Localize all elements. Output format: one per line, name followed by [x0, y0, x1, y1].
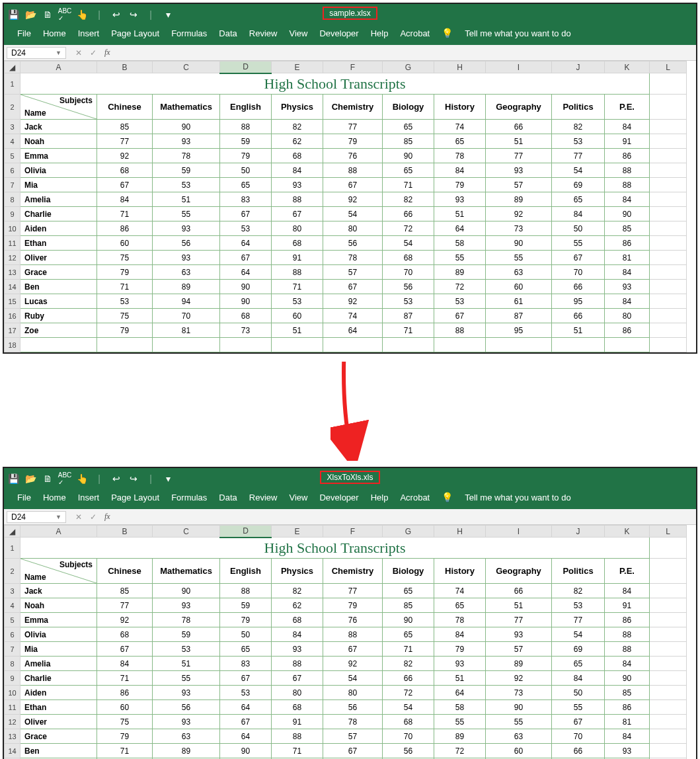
name-cell[interactable]: Emma — [20, 613, 97, 627]
data-cell[interactable]: 81 — [153, 323, 220, 338]
menu-help[interactable]: Help — [371, 28, 389, 38]
empty-cell[interactable] — [153, 338, 220, 352]
name-cell[interactable]: Grace — [20, 265, 97, 280]
name-cell[interactable]: Amelia — [20, 192, 97, 207]
name-box[interactable]: D24▼ — [7, 511, 66, 523]
name-cell[interactable]: Oliver — [20, 715, 97, 729]
undo-icon[interactable]: ↩ — [111, 9, 122, 20]
data-cell[interactable]: 51 — [153, 192, 220, 207]
data-cell[interactable]: 53 — [434, 294, 486, 309]
data-cell[interactable]: 93 — [153, 221, 220, 236]
data-cell[interactable]: 82 — [383, 192, 434, 207]
data-cell[interactable]: 84 — [605, 584, 650, 598]
col-label-1[interactable]: Mathematics — [153, 95, 220, 120]
data-cell[interactable]: 89 — [434, 729, 486, 744]
data-cell[interactable]: 76 — [323, 149, 383, 163]
data-cell[interactable]: 82 — [552, 584, 605, 598]
data-cell[interactable]: 88 — [272, 729, 323, 744]
data-cell[interactable]: 84 — [605, 265, 650, 280]
col-header-C[interactable]: C — [153, 61, 220, 73]
col-label-9[interactable]: P.E. — [605, 559, 650, 584]
data-cell[interactable]: 71 — [272, 280, 323, 294]
data-cell[interactable]: 64 — [220, 700, 272, 715]
row-header-16[interactable]: 16 — [5, 309, 20, 323]
col-header-L[interactable]: L — [650, 61, 687, 73]
col-header-L[interactable]: L — [650, 526, 687, 538]
name-cell[interactable]: Zoe — [20, 323, 97, 338]
data-cell[interactable]: 54 — [552, 627, 605, 642]
data-cell[interactable]: 82 — [552, 120, 605, 134]
data-cell[interactable]: 58 — [434, 700, 486, 715]
data-cell[interactable]: 50 — [552, 686, 605, 700]
data-cell[interactable]: 51 — [272, 323, 323, 338]
data-cell[interactable]: 78 — [323, 251, 383, 265]
fx-icon[interactable]: fx — [104, 512, 110, 522]
name-cell[interactable]: Ben — [20, 744, 97, 758]
col-header-B[interactable]: B — [97, 526, 153, 538]
col-label-9[interactable]: P.E. — [605, 95, 650, 120]
data-cell[interactable]: 77 — [323, 584, 383, 598]
name-cell[interactable]: Mia — [20, 178, 97, 192]
col-label-3[interactable]: Physics — [272, 95, 323, 120]
data-cell[interactable]: 79 — [220, 613, 272, 627]
data-cell[interactable]: 66 — [383, 207, 434, 221]
data-cell[interactable]: 54 — [323, 207, 383, 221]
data-cell[interactable]: 71 — [272, 744, 323, 758]
data-cell[interactable]: 90 — [383, 613, 434, 627]
col-header-C[interactable]: C — [153, 526, 220, 538]
data-cell[interactable]: 79 — [323, 134, 383, 149]
data-cell[interactable]: 53 — [220, 221, 272, 236]
data-cell[interactable]: 63 — [486, 729, 552, 744]
new-icon[interactable]: 🗎 — [42, 473, 53, 484]
data-cell[interactable]: 76 — [323, 613, 383, 627]
row-header-4[interactable]: 4 — [5, 134, 20, 149]
data-cell[interactable]: 60 — [486, 744, 552, 758]
data-cell[interactable]: 81 — [605, 715, 650, 729]
data-cell[interactable]: 68 — [97, 627, 153, 642]
name-cell[interactable]: Amelia — [20, 657, 97, 671]
row-header-8[interactable]: 8 — [5, 192, 20, 207]
data-cell[interactable]: 78 — [434, 149, 486, 163]
data-cell[interactable]: 92 — [97, 149, 153, 163]
data-cell[interactable]: 93 — [153, 686, 220, 700]
data-cell[interactable]: 88 — [605, 642, 650, 657]
data-cell[interactable]: 68 — [272, 700, 323, 715]
data-cell[interactable]: 95 — [486, 323, 552, 338]
data-cell[interactable]: 61 — [486, 294, 552, 309]
menu-review[interactable]: Review — [249, 493, 278, 502]
data-cell[interactable]: 68 — [272, 149, 323, 163]
data-cell[interactable]: 71 — [97, 671, 153, 686]
data-cell[interactable]: 85 — [97, 584, 153, 598]
col-header-H[interactable]: H — [434, 61, 486, 73]
data-cell[interactable]: 67 — [220, 207, 272, 221]
data-cell[interactable]: 90 — [605, 671, 650, 686]
data-cell[interactable]: 67 — [323, 744, 383, 758]
data-cell[interactable]: 80 — [323, 221, 383, 236]
data-cell[interactable]: 64 — [220, 265, 272, 280]
empty-cell[interactable] — [434, 338, 486, 352]
menu-insert[interactable]: Insert — [78, 28, 100, 38]
data-cell[interactable]: 73 — [486, 221, 552, 236]
data-cell[interactable]: 84 — [605, 729, 650, 744]
data-cell[interactable]: 57 — [323, 729, 383, 744]
data-cell[interactable]: 71 — [383, 323, 434, 338]
row-header-2[interactable]: 2 — [5, 559, 20, 584]
data-cell[interactable]: 53 — [220, 686, 272, 700]
data-cell[interactable]: 91 — [272, 715, 323, 729]
data-cell[interactable]: 65 — [383, 584, 434, 598]
row-header-13[interactable]: 13 — [5, 265, 20, 280]
row-header-15[interactable]: 15 — [5, 294, 20, 309]
data-cell[interactable]: 74 — [434, 120, 486, 134]
save-icon[interactable]: 💾 — [8, 473, 19, 484]
data-cell[interactable]: 67 — [97, 178, 153, 192]
name-cell[interactable]: Grace — [20, 729, 97, 744]
data-cell[interactable]: 50 — [220, 163, 272, 178]
data-cell[interactable]: 51 — [486, 134, 552, 149]
row-header-14[interactable]: 14 — [5, 744, 20, 758]
data-cell[interactable]: 85 — [383, 134, 434, 149]
data-cell[interactable]: 65 — [434, 598, 486, 613]
data-cell[interactable]: 78 — [153, 613, 220, 627]
menu-acrobat[interactable]: Acrobat — [400, 493, 430, 502]
data-cell[interactable]: 86 — [605, 613, 650, 627]
data-cell[interactable]: 75 — [97, 251, 153, 265]
